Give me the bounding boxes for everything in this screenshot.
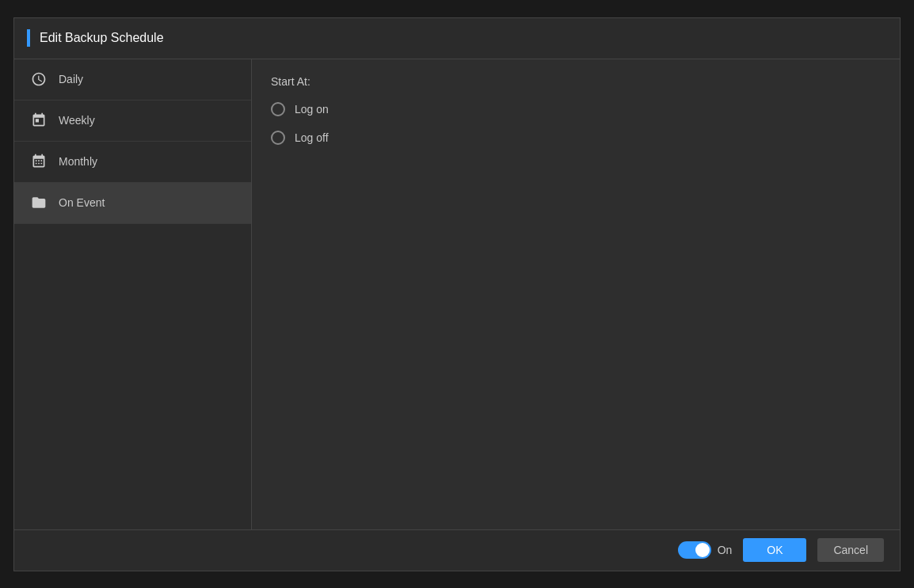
sidebar-item-on-event[interactable]: On Event <box>14 183 251 224</box>
radio-log-on[interactable] <box>271 102 285 116</box>
start-at-label: Start At: <box>271 75 881 88</box>
dialog-body: Daily Weekly Monthly <box>14 59 900 529</box>
radio-item-log-on[interactable]: Log on <box>271 102 881 116</box>
folder-icon <box>30 194 48 211</box>
toggle-container: On <box>678 541 733 559</box>
header-accent <box>27 29 30 47</box>
dialog-footer: On OK Cancel <box>14 529 900 571</box>
dialog-title: Edit Backup Schedule <box>40 31 164 45</box>
radio-group: Log on Log off <box>271 102 881 145</box>
radio-item-log-off[interactable]: Log off <box>271 131 881 145</box>
calendar-week-icon <box>30 112 48 129</box>
radio-log-off-label: Log off <box>295 131 329 144</box>
cancel-button[interactable]: Cancel <box>817 538 884 562</box>
radio-log-off[interactable] <box>271 131 285 145</box>
sidebar-item-weekly[interactable]: Weekly <box>14 101 251 142</box>
sidebar-item-monthly[interactable]: Monthly <box>14 142 251 183</box>
sidebar: Daily Weekly Monthly <box>14 59 252 529</box>
sidebar-on-event-label: On Event <box>59 196 105 209</box>
sidebar-weekly-label: Weekly <box>59 114 95 127</box>
toggle-knob <box>695 543 710 557</box>
calendar-month-icon <box>30 153 48 170</box>
ok-button[interactable]: OK <box>743 538 806 562</box>
edit-backup-schedule-dialog: Edit Backup Schedule Daily <box>13 17 901 571</box>
dialog-header: Edit Backup Schedule <box>14 18 900 59</box>
sidebar-monthly-label: Monthly <box>59 155 97 168</box>
sidebar-daily-label: Daily <box>59 73 83 85</box>
sidebar-item-daily[interactable]: Daily <box>14 59 251 101</box>
on-off-toggle[interactable] <box>678 541 711 559</box>
main-content: Start At: Log on Log off <box>252 59 900 529</box>
clock-icon <box>30 70 48 88</box>
toggle-label: On <box>718 544 733 556</box>
radio-log-on-label: Log on <box>295 103 329 116</box>
